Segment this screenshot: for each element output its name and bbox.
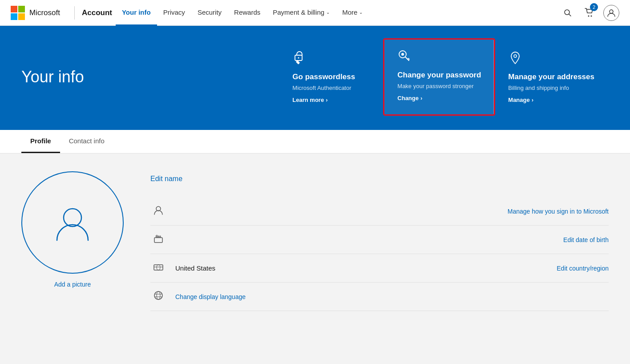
- profile-section: Add a picture Edit name Manage how you s…: [0, 154, 630, 329]
- nav-link-security[interactable]: Security: [191, 0, 228, 26]
- nav-link-privacy[interactable]: Privacy: [157, 0, 191, 26]
- nav-link-payment-billing[interactable]: Payment & billing ⌄: [267, 0, 336, 26]
- change-password-icon: [397, 49, 481, 66]
- svg-rect-17: [154, 238, 162, 243]
- svg-point-8: [610, 10, 613, 13]
- hero-title: Your info: [21, 68, 146, 86]
- passwordless-link[interactable]: Learn more ›: [292, 97, 371, 103]
- edit-country-link[interactable]: Edit country/region: [557, 265, 609, 272]
- cart-button[interactable]: 2: [583, 5, 596, 21]
- nav-links: Your info Privacy Security Rewards Payme…: [116, 0, 560, 26]
- fields-area: Edit name Manage how you sign in to Micr…: [150, 171, 609, 311]
- svg-rect-0: [11, 6, 17, 12]
- addresses-title: Manage your addresses: [508, 73, 594, 81]
- manage-sign-in-link[interactable]: Manage how you sign in to Microsoft: [508, 208, 609, 215]
- svg-point-7: [591, 15, 592, 16]
- main-content: Add a picture Edit name Manage how you s…: [0, 154, 630, 329]
- manage-chevron-icon: ›: [532, 97, 533, 103]
- svg-point-20: [157, 265, 160, 270]
- field-row-language: Change display language: [150, 283, 609, 311]
- svg-rect-18: [154, 265, 163, 270]
- svg-point-10: [298, 57, 299, 59]
- avatar-circle[interactable]: [21, 171, 124, 274]
- user-avatar-button[interactable]: [603, 5, 619, 21]
- addresses-link[interactable]: Manage ›: [508, 97, 594, 103]
- passwordless-title: Go passwordless: [292, 73, 371, 81]
- add-picture-link[interactable]: Add a picture: [54, 281, 91, 288]
- change-language-link[interactable]: Change display language: [175, 293, 388, 300]
- change-password-title: Change your password: [397, 71, 481, 80]
- svg-point-13: [401, 53, 404, 56]
- hero-cards: Go passwordless Microsoft Authenticator …: [278, 40, 609, 114]
- nav-divider: [74, 6, 75, 20]
- svg-rect-1: [18, 6, 25, 12]
- change-password-link[interactable]: Change ›: [397, 95, 481, 101]
- addresses-subtitle: Billing and shipping info: [508, 84, 594, 92]
- hero-card-change-password: Change your password Make your password …: [383, 38, 495, 116]
- avatar-area: Add a picture: [21, 171, 124, 311]
- avatar-icon: [52, 202, 93, 243]
- more-chevron-icon: ⌄: [359, 10, 363, 15]
- payment-billing-chevron-icon: ⌄: [326, 10, 330, 15]
- svg-rect-3: [18, 13, 25, 20]
- nav-actions: 2: [560, 5, 619, 21]
- location-icon: [150, 262, 166, 274]
- nav-link-rewards[interactable]: Rewards: [228, 0, 267, 26]
- svg-point-15: [64, 209, 81, 226]
- microsoft-logo-icon: [11, 6, 25, 20]
- hero-card-addresses: Manage your addresses Billing and shippi…: [493, 40, 609, 114]
- passwordless-subtitle: Microsoft Authenticator: [292, 84, 371, 92]
- main-nav: Microsoft Account Your info Privacy Secu…: [0, 0, 630, 26]
- brand-label: Microsoft: [29, 8, 60, 17]
- birthday-icon: [150, 234, 166, 246]
- svg-point-6: [588, 15, 590, 16]
- svg-point-14: [514, 55, 517, 57]
- hero-card-passwordless: Go passwordless Microsoft Authenticator …: [278, 40, 385, 114]
- nav-account-label: Account: [82, 8, 112, 17]
- nav-link-your-info[interactable]: Your info: [116, 0, 157, 26]
- ms-logo-area[interactable]: Microsoft: [11, 6, 60, 20]
- edit-birthday-link[interactable]: Edit date of birth: [563, 236, 609, 243]
- svg-point-21: [154, 291, 162, 299]
- tab-contact-info[interactable]: Contact info: [60, 130, 113, 153]
- cart-badge: 2: [590, 3, 598, 11]
- passwordless-icon: [292, 51, 371, 68]
- user-icon: [607, 8, 616, 17]
- learn-more-chevron-icon: ›: [326, 97, 327, 103]
- change-password-subtitle: Make your password stronger: [397, 82, 481, 90]
- svg-point-22: [157, 291, 160, 299]
- country-value: United States: [175, 264, 548, 272]
- person-icon: [150, 205, 166, 217]
- field-row-country: United States Edit country/region: [150, 254, 609, 283]
- field-row-sign-in: Manage how you sign in to Microsoft: [150, 197, 609, 226]
- svg-rect-2: [11, 13, 17, 20]
- nav-link-more[interactable]: More ⌄: [336, 0, 369, 26]
- svg-line-5: [569, 14, 571, 16]
- search-icon: [564, 9, 572, 17]
- edit-name-link[interactable]: Edit name: [150, 175, 609, 183]
- change-chevron-icon: ›: [420, 95, 422, 101]
- language-icon: [150, 291, 166, 303]
- hero-banner: Your info Go passwordless Microsoft Auth…: [0, 26, 630, 130]
- tab-profile[interactable]: Profile: [21, 130, 60, 153]
- profile-tabs: Profile Contact info: [0, 130, 630, 154]
- search-button[interactable]: [560, 5, 576, 21]
- field-row-birthday: Edit date of birth: [150, 226, 609, 254]
- addresses-icon: [508, 51, 594, 68]
